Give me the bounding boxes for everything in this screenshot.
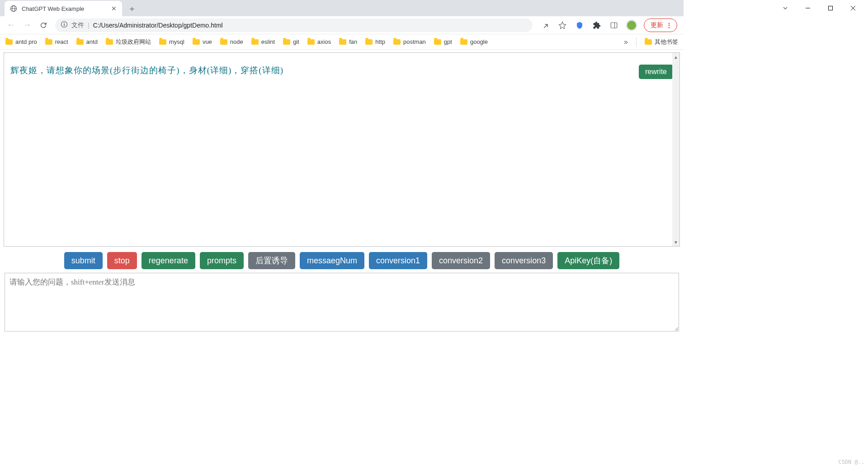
submit-button[interactable]: submit [64, 252, 103, 269]
kebab-icon: ⋮ [666, 22, 671, 29]
bookmark-item[interactable]: git [283, 38, 299, 45]
bookmark-item[interactable]: 垃圾政府网站 [106, 38, 151, 46]
browser-chrome: ChatGPT Web Example ✕ ＋ ← → 文件 | C:/User… [0, 0, 684, 50]
bookmark-item[interactable]: react [45, 38, 68, 45]
close-icon[interactable]: ✕ [111, 5, 117, 12]
conversion1-button[interactable]: conversion1 [369, 252, 427, 269]
globe-icon [10, 5, 17, 12]
svg-point-8 [64, 23, 65, 23]
folder-icon [45, 39, 52, 45]
bookmark-label: axios [317, 38, 331, 45]
bookmark-label: mysql [169, 38, 184, 45]
address-url: C:/Users/Administrator/Desktop/gptDemo.h… [93, 22, 223, 29]
bookmark-label: antd pro [15, 38, 37, 45]
profile-avatar[interactable] [626, 19, 637, 31]
svg-rect-10 [611, 23, 617, 28]
page-content: 辉夜姬，请想象你的场景(步行街边的椅子)，身材(详细)，穿搭(详细) rewri… [0, 50, 684, 333]
apikey-button[interactable]: ApiKey(自备) [557, 252, 619, 269]
bookmark-item[interactable]: google [460, 38, 488, 45]
conversion2-button[interactable]: conversion2 [432, 252, 490, 269]
scroll-up-icon[interactable]: ▲ [673, 53, 679, 61]
browser-tab[interactable]: ChatGPT Web Example ✕ [5, 1, 122, 16]
bookmark-label: 垃圾政府网站 [116, 38, 151, 46]
rewrite-button[interactable]: rewrite [639, 65, 673, 79]
bookmark-label: gpt [444, 38, 452, 45]
chat-panel: 辉夜姬，请想象你的场景(步行街边的椅子)，身材(详细)，穿搭(详细) rewri… [4, 52, 680, 247]
bookmark-item[interactable]: postman [393, 38, 426, 45]
brave-icon[interactable] [574, 20, 585, 31]
bookmark-label: fan [349, 38, 357, 45]
bookmark-label: git [293, 38, 299, 45]
action-button-row: submit stop regenerate prompts 后置诱导 mess… [4, 252, 680, 269]
bookmarks-bar: antd pro react antd 垃圾政府网站 mysql vue nod… [0, 34, 684, 50]
bookmark-label: vue [203, 38, 212, 45]
new-tab-button[interactable]: ＋ [126, 2, 138, 15]
share-icon[interactable] [540, 20, 551, 31]
back-button[interactable]: ← [4, 18, 18, 33]
star-icon[interactable] [557, 20, 568, 31]
bookmark-item[interactable]: antd [76, 38, 98, 45]
bookmark-item[interactable]: vue [193, 38, 212, 45]
address-separator: | [88, 22, 90, 29]
input-panel [5, 273, 679, 333]
folder-icon [159, 39, 166, 45]
bookmark-label: node [230, 38, 243, 45]
bookmark-label: google [470, 38, 488, 45]
bookmark-item[interactable]: mysql [159, 38, 184, 45]
folder-icon [307, 39, 315, 45]
folder-icon [283, 39, 290, 45]
bookmark-item[interactable]: gpt [434, 38, 452, 45]
folder-icon [76, 39, 84, 45]
post-induce-button[interactable]: 后置诱导 [248, 252, 295, 269]
bookmark-item[interactable]: http [365, 38, 385, 45]
bookmarks-overflow[interactable]: » [624, 38, 628, 46]
bookmark-label: 其他书签 [655, 38, 678, 46]
bookmark-label: http [375, 38, 385, 45]
prompts-button[interactable]: prompts [200, 252, 244, 269]
tab-title: ChatGPT Web Example [22, 5, 107, 12]
folder-icon [365, 39, 373, 45]
bookmark-item[interactable]: axios [307, 38, 331, 45]
divider [636, 37, 637, 47]
folder-icon [5, 39, 13, 45]
folder-icon [393, 39, 401, 45]
conversion3-button[interactable]: conversion3 [495, 252, 553, 269]
regenerate-button[interactable]: regenerate [142, 252, 195, 269]
question-input[interactable] [5, 273, 679, 332]
bookmark-item[interactable]: eslint [251, 38, 275, 45]
address-bar[interactable]: 文件 | C:/Users/Administrator/Desktop/gptD… [55, 19, 533, 32]
address-scheme: 文件 [71, 21, 84, 29]
folder-icon [251, 39, 259, 45]
bookmark-item[interactable]: antd pro [5, 38, 37, 45]
user-message: 辉夜姬，请想象你的场景(步行街边的椅子)，身材(详细)，穿搭(详细) [10, 65, 639, 76]
bookmark-label: eslint [261, 38, 275, 45]
scroll-down-icon[interactable]: ▼ [673, 238, 679, 246]
folder-icon [339, 39, 346, 45]
update-label: 更新 [651, 21, 663, 29]
folder-icon [645, 39, 652, 45]
bookmark-label: react [55, 38, 68, 45]
address-row: ← → 文件 | C:/Users/Administrator/Desktop/… [0, 16, 684, 34]
info-icon [61, 21, 68, 29]
other-bookmarks[interactable]: 其他书签 [645, 38, 678, 46]
message-num-button[interactable]: messaegNum [300, 252, 364, 269]
forward-button[interactable]: → [20, 18, 34, 33]
folder-icon [434, 39, 441, 45]
update-button[interactable]: 更新 ⋮ [644, 19, 677, 32]
tab-strip: ChatGPT Web Example ✕ ＋ [0, 0, 684, 16]
extensions-icon[interactable] [591, 20, 602, 31]
bookmark-label: postman [403, 38, 426, 45]
folder-icon [460, 39, 467, 45]
toolbar-icons: 更新 ⋮ [537, 19, 680, 32]
stop-button[interactable]: stop [107, 252, 137, 269]
folder-icon [106, 39, 113, 45]
sidepanel-icon[interactable] [609, 20, 619, 31]
svg-rect-9 [64, 24, 65, 26]
folder-icon [220, 39, 227, 45]
reload-button[interactable] [36, 18, 51, 33]
bookmark-label: antd [86, 38, 98, 45]
folder-icon [193, 39, 200, 45]
bookmark-item[interactable]: fan [339, 38, 357, 45]
bookmark-item[interactable]: node [220, 38, 243, 45]
scrollbar[interactable]: ▲ ▼ [672, 53, 679, 246]
